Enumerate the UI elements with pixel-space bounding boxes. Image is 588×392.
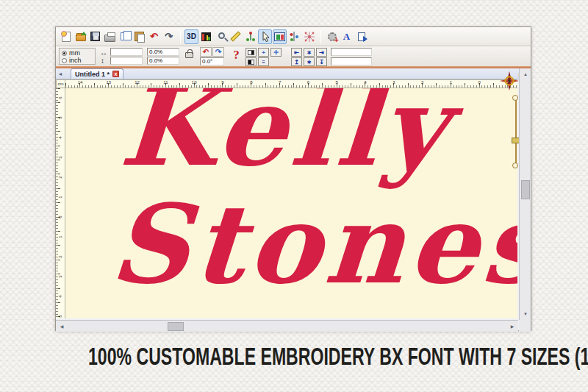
white-black-icon <box>248 60 254 65</box>
ruler-unit-corner: cm <box>56 79 65 88</box>
floppy-disk-icon <box>90 32 100 41</box>
tab-label: Untitled 1 * <box>75 71 110 78</box>
stitch-colors-button[interactable] <box>199 29 213 44</box>
open-folder-icon <box>76 35 86 41</box>
align-right-button[interactable]: ⇥ <box>316 48 327 57</box>
object-panel-button[interactable] <box>273 29 287 44</box>
open-file-button[interactable] <box>74 29 87 44</box>
h-ruler-number: 9 <box>221 80 223 85</box>
align-top-button[interactable]: ↥ <box>291 57 302 66</box>
vertical-scrollbar[interactable]: ▲ ▼ <box>519 68 531 320</box>
unit-inch-option[interactable]: inch <box>62 57 93 64</box>
rotate-left-button[interactable]: ↶ <box>200 47 212 57</box>
unit-mm-label: mm <box>69 49 80 57</box>
toolbar-separator <box>180 30 181 43</box>
tab-untitled-1[interactable]: Untitled 1 * x <box>71 68 123 79</box>
align-bottom-button[interactable]: ↧ <box>316 57 327 66</box>
scroll-down-arrow[interactable]: ▼ <box>520 309 531 319</box>
print-button[interactable] <box>103 29 117 44</box>
h-ruler-number: 14 <box>78 80 83 85</box>
slider-bottom-stop[interactable] <box>512 163 518 168</box>
h-ruler-number: 10 <box>192 80 197 85</box>
lock-aspect-icon[interactable] <box>185 52 193 58</box>
embroidery-text-line2[interactable]: Stones <box>100 190 517 299</box>
h-ruler-number: 8 <box>250 80 252 85</box>
invert-view-button[interactable] <box>245 57 257 66</box>
new-document-button[interactable] <box>59 29 73 44</box>
stitch-mesh-button[interactable] <box>302 29 316 44</box>
stitch-points-button[interactable] <box>243 29 257 44</box>
embird-editor-window: ↶ ↷ 3D A mm inch ↔ ↕ <box>55 26 531 331</box>
h-ruler-number: 5 <box>336 80 338 85</box>
align-center-h-button[interactable]: ∗ <box>304 48 315 57</box>
horizontal-scrollbar[interactable]: ◀ ▶ <box>56 320 518 332</box>
height-percent-field[interactable]: 0.0% <box>147 57 179 65</box>
v-ruler-number: 6 <box>58 96 62 99</box>
main-toolbar: ↶ ↷ 3D A <box>56 27 531 46</box>
fit-hoop-button[interactable]: ✛ <box>270 48 282 57</box>
v-ruler-number: 5 <box>58 116 62 118</box>
scroll-up-arrow[interactable]: ▲ <box>520 69 531 79</box>
scroll-right-arrow[interactable]: ▶ <box>507 321 517 332</box>
slider-top-stop[interactable] <box>512 95 518 101</box>
v-ruler-number: 3 <box>58 156 62 158</box>
vertical-scroll-thumb[interactable] <box>521 180 530 199</box>
h-ruler-number: 2 <box>421 80 423 85</box>
panel-icon <box>274 32 285 41</box>
v-ruler-number: 2 <box>58 176 62 178</box>
font-engine-button[interactable]: A <box>340 29 354 44</box>
contrast-view-button[interactable] <box>245 48 257 57</box>
promo-caption: 100% CUSTOMABLE EMBROIDERY BX FONT WITH … <box>88 343 500 371</box>
design-canvas[interactable]: Kelly Stones <box>65 88 517 318</box>
v-ruler-number: 5 <box>58 315 62 317</box>
parameters-toolbar: mm inch ↔ ↕ 0.0% 0.0% ↶ ↷ 0.0° + ✛ ≡ ? ⇤… <box>56 46 531 66</box>
save-button[interactable] <box>88 29 102 44</box>
tab-scroll-left-button[interactable]: ◂ <box>56 70 65 79</box>
width-value-field[interactable] <box>110 48 143 56</box>
needle-threads-icon <box>289 31 300 43</box>
align-middle-v-button[interactable]: ∗ <box>304 57 315 66</box>
thread-palette-button[interactable] <box>287 29 301 44</box>
toolbar-separator <box>320 30 321 43</box>
magnifier-icon <box>218 32 225 39</box>
param-field-bottom[interactable] <box>331 57 372 65</box>
list-view-button[interactable]: ≡ <box>258 57 269 66</box>
3d-view-button[interactable]: 3D <box>184 29 198 44</box>
copy-icon <box>121 32 127 40</box>
help-button[interactable]: ? <box>231 48 242 64</box>
param-field-top[interactable] <box>331 48 372 56</box>
unit-mm-option[interactable]: mm <box>62 49 93 57</box>
paste-icon <box>135 32 144 41</box>
measure-button[interactable] <box>229 29 243 44</box>
pointer-cursor-icon <box>260 31 270 42</box>
export-button[interactable] <box>354 29 368 44</box>
scroll-left-arrow[interactable]: ◀ <box>57 321 67 332</box>
copy-button[interactable] <box>118 29 132 44</box>
embroidery-text-line1[interactable]: Kelly <box>65 88 515 181</box>
height-value-field[interactable] <box>110 57 143 65</box>
horizontal-scroll-thumb[interactable] <box>168 322 184 331</box>
settings-button[interactable] <box>325 29 339 44</box>
vertical-ruler: 654321012345 <box>56 88 65 318</box>
width-percent-field[interactable]: 0.0% <box>147 48 179 56</box>
rotate-right-button[interactable]: ↷ <box>212 47 224 57</box>
gear-icon <box>328 32 337 41</box>
mirror-left-button[interactable]: ↶ <box>147 29 161 44</box>
h-ruler-number: 11 <box>163 80 168 85</box>
unit-inch-label: inch <box>69 57 82 64</box>
ruler-icon <box>230 31 240 41</box>
rotation-angle-field[interactable]: 0.0° <box>200 57 224 65</box>
tab-close-button[interactable]: x <box>112 71 119 77</box>
v-ruler-number: 1 <box>58 235 62 238</box>
v-ruler-number: 1 <box>58 196 62 198</box>
align-left-button[interactable]: ⇤ <box>291 48 302 57</box>
mirror-right-button[interactable]: ↷ <box>162 29 176 44</box>
center-hoop-button[interactable]: + <box>258 48 269 57</box>
mirror-arrow-left-icon: ↶ <box>150 32 158 41</box>
select-pointer-button[interactable] <box>258 29 272 44</box>
export-file-icon <box>358 32 365 41</box>
v-ruler-number: 0 <box>58 215 62 218</box>
paste-button[interactable] <box>132 29 146 44</box>
zoom-button[interactable] <box>214 29 228 44</box>
horizontal-ruler: 14131211109876543210 <box>65 79 517 88</box>
